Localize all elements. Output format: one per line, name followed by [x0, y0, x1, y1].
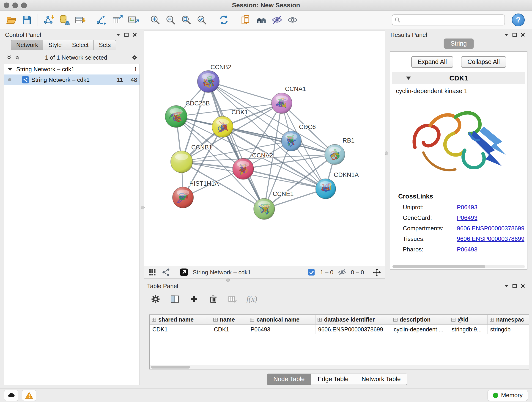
protein-section-header[interactable]: CDK1 — [392, 72, 525, 84]
tab-network-table[interactable]: Network Table — [355, 374, 407, 385]
new-table-from-network-button[interactable] — [110, 13, 125, 27]
tab-node-table[interactable]: Node Table — [267, 374, 311, 385]
splitter-handle[interactable] — [385, 152, 388, 155]
compartments-link[interactable]: 9606.ENSP00000378699 — [457, 225, 525, 232]
delete-column-button[interactable] — [207, 293, 220, 306]
chevron-down-icon — [504, 32, 509, 38]
apply-layout-button[interactable] — [217, 13, 231, 27]
zoom-selected-icon — [196, 14, 207, 26]
export-image-button[interactable] — [126, 13, 140, 27]
birds-eye-view-button[interactable] — [147, 267, 157, 277]
network-node-CDC25B[interactable]: CDC25B — [165, 100, 210, 128]
import-table-button[interactable] — [73, 13, 87, 27]
table-options-button[interactable] — [149, 293, 162, 306]
tab-select[interactable]: Select — [67, 40, 94, 50]
application-window: Session: New Session ? Control — [0, 0, 532, 402]
function-builder-button[interactable]: f(x) — [245, 293, 259, 306]
panel-close-button[interactable] — [131, 31, 139, 38]
tab-sets[interactable]: Sets — [94, 40, 116, 50]
network-node-CCNB2[interactable]: CCNB2 — [197, 64, 231, 93]
import-network-from-file-button[interactable] — [42, 13, 56, 27]
show-columns-button[interactable] — [168, 293, 181, 306]
cloud-status-button[interactable] — [4, 390, 18, 401]
zoom-selected-button[interactable] — [195, 13, 209, 27]
table-row[interactable]: CDK1CDK1P064939606.ENSP00000378699cyclin… — [150, 325, 529, 334]
column-header--id[interactable]: @id — [449, 315, 487, 325]
network-collection-label: String Network – cdk1 — [16, 66, 123, 73]
column-header-label: description — [400, 316, 431, 323]
pharos-link[interactable]: P06493 — [457, 246, 477, 253]
scrollbar-thumb[interactable] — [151, 366, 190, 369]
table-cell: CDK1 — [150, 325, 211, 334]
tissues-link[interactable]: 9606.ENSP00000378699 — [457, 235, 525, 242]
network-node-CDK1[interactable]: CDK1 — [212, 109, 248, 137]
zoom-fit-button[interactable] — [179, 13, 193, 27]
pan-mode-button[interactable] — [372, 267, 382, 277]
hide-annotations-button[interactable] — [270, 13, 284, 27]
new-network-from-selection-button[interactable] — [95, 13, 109, 27]
collapse-all-networks-button[interactable] — [5, 54, 13, 61]
zoom-out-button[interactable] — [164, 13, 178, 27]
network-overview-button[interactable] — [161, 267, 171, 277]
export-view-button[interactable] — [179, 267, 189, 277]
show-view-button[interactable] — [285, 13, 300, 27]
table-cell: 9606.ENSP00000378699 — [315, 325, 391, 334]
duplicate-document-button[interactable] — [239, 13, 253, 27]
panel-float-button[interactable] — [510, 31, 519, 38]
home-view-button[interactable] — [254, 13, 268, 27]
import-network-from-database-button[interactable] — [57, 13, 71, 27]
delete-table-button[interactable] — [226, 293, 239, 306]
network-node-HIST1H1A[interactable]: HIST1H1A — [172, 180, 219, 208]
uniprot-link[interactable]: P06493 — [457, 204, 477, 211]
splitter-handle[interactable] — [226, 279, 230, 282]
column-header-canonical-name[interactable]: canonical name — [248, 315, 315, 325]
column-header-namespac[interactable]: namespac — [487, 315, 529, 325]
column-header-description[interactable]: description — [391, 315, 449, 325]
panel-float-button[interactable] — [510, 282, 519, 290]
tab-string[interactable]: String — [444, 38, 474, 49]
column-header-shared-name[interactable]: shared name — [150, 315, 211, 325]
crosslink-label: Compartments: — [403, 225, 457, 232]
network-graph[interactable]: CCNB2CCNA1CDC25BCDK1CDC6RB1CCNB1CCNA2CDK… — [144, 31, 385, 266]
zoom-in-button[interactable] — [148, 13, 162, 27]
memory-button[interactable]: Memory — [488, 390, 528, 401]
panel-menu-button[interactable] — [502, 282, 510, 290]
column-header-name[interactable]: name — [211, 315, 248, 325]
open-session-button[interactable] — [4, 13, 18, 27]
network-collection-row[interactable]: String Network – cdk1 1 — [4, 64, 139, 75]
add-column-button[interactable] — [187, 293, 201, 306]
genecard-link[interactable]: P06493 — [457, 214, 477, 221]
network-node-RB1[interactable]: RB1 — [325, 137, 355, 165]
close-icon — [520, 283, 526, 289]
panel-close-button[interactable] — [519, 31, 527, 38]
disclosure-triangle-icon[interactable] — [7, 68, 13, 71]
panel-close-button[interactable] — [519, 282, 527, 290]
tab-network[interactable]: Network — [11, 40, 43, 50]
network-node-CCNE1[interactable]: CCNE1 — [254, 191, 293, 220]
search-icon — [394, 17, 400, 23]
collapse-all-button[interactable]: Collapse All — [461, 56, 506, 68]
panel-float-button[interactable] — [122, 31, 131, 38]
tab-edge-table[interactable]: Edge Table — [311, 374, 355, 385]
search-input[interactable] — [402, 16, 502, 24]
panel-menu-button[interactable] — [114, 31, 122, 38]
table-toolbar: f(x) — [149, 293, 259, 306]
splitter-handle[interactable] — [141, 206, 145, 209]
column-header-database-identifier[interactable]: database identifier — [315, 315, 391, 325]
network-options-button[interactable] — [131, 54, 139, 61]
help-button[interactable]: ? — [512, 13, 525, 26]
table-horizontal-scrollbar[interactable] — [150, 365, 529, 369]
results-scrollbar[interactable] — [393, 265, 525, 268]
panel-menu-button[interactable] — [502, 31, 510, 38]
save-session-button[interactable] — [20, 13, 34, 27]
warnings-button[interactable] — [22, 390, 36, 401]
scrollbar-thumb[interactable] — [393, 265, 485, 268]
network-node-CDKN1A[interactable]: CDKN1A — [316, 172, 359, 199]
network-canvas[interactable]: CCNB2CCNA1CDC25BCDK1CDC6RB1CCNB1CCNA2CDK… — [144, 31, 385, 266]
expand-all-networks-button[interactable] — [13, 54, 22, 61]
network-node-CCNB1[interactable]: CCNB1 — [171, 144, 212, 173]
network-node-CCNA1[interactable]: CCNA1 — [272, 85, 306, 114]
network-row[interactable]: String Network – cdk1 11 48 — [4, 75, 139, 85]
expand-all-button[interactable]: Expand All — [411, 56, 453, 68]
tab-style[interactable]: Style — [43, 40, 67, 50]
